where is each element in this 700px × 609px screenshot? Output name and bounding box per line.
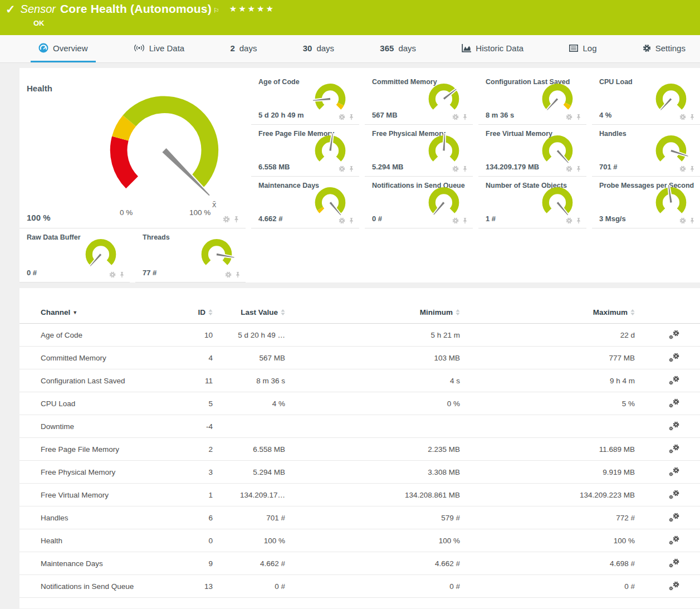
- area-chart-icon: [462, 44, 471, 52]
- gear-icon[interactable]: [679, 217, 686, 224]
- pin-icon[interactable]: [575, 217, 582, 224]
- column-header-actions: [639, 303, 700, 324]
- table-row[interactable]: Health0100 %100 %100 %: [19, 529, 700, 552]
- table-row[interactable]: Free Virtual Memory1134.209.17…134.208.8…: [19, 484, 700, 506]
- pin-icon[interactable]: [462, 114, 468, 120]
- pin-icon[interactable]: [348, 114, 355, 120]
- channel-settings-gears-icon[interactable]: [669, 376, 679, 384]
- channel-settings-gears-icon[interactable]: [669, 490, 679, 499]
- pin-icon[interactable]: [233, 216, 240, 223]
- gear-icon[interactable]: [339, 165, 345, 172]
- gauge-tile-age-of-code[interactable]: Age of Code 5 d 20 h 49 m: [251, 73, 359, 125]
- tab-live-data[interactable]: Live Data: [126, 35, 192, 62]
- tab-historic-data[interactable]: Historic Data: [454, 35, 531, 62]
- cell-channel: Free Physical Memory: [19, 461, 183, 484]
- gear-icon[interactable]: [566, 217, 572, 224]
- cell-id: 5: [183, 392, 217, 415]
- pin-icon[interactable]: [462, 165, 468, 172]
- tab-30-days[interactable]: 30 days: [295, 35, 342, 62]
- pin-icon[interactable]: [234, 271, 241, 278]
- channel-settings-gears-icon[interactable]: [669, 330, 679, 339]
- cell-minimum: 2.235 MB: [290, 438, 464, 461]
- table-row[interactable]: Handles6701 #579 #772 #: [19, 506, 700, 529]
- gauge-tile-handles[interactable]: Handles 701 #: [592, 125, 700, 177]
- pin-icon[interactable]: [575, 165, 582, 172]
- gauge-tile-number-of-state-objects[interactable]: Number of State Objects 1 #: [478, 177, 586, 228]
- pin-icon[interactable]: [348, 217, 355, 224]
- pin-icon[interactable]: [119, 271, 125, 278]
- tab-365-days[interactable]: 365 days: [372, 35, 424, 62]
- pin-icon[interactable]: [689, 114, 696, 120]
- tab-settings[interactable]: Settings: [635, 35, 693, 62]
- table-row[interactable]: CPU Load54 %0 %5 %: [19, 392, 700, 415]
- tab-2-days[interactable]: 2 days: [222, 35, 265, 62]
- gauge-tile-notifications-in-send-queue[interactable]: Notifications in Send Queue 0 #: [365, 177, 473, 228]
- gauge-tile-health[interactable]: Health x̄ 0 % 100 % 100 %: [19, 73, 246, 228]
- pin-icon[interactable]: [689, 217, 696, 224]
- gauge-tile-raw-data-buffer[interactable]: Raw Data Buffer 0 #: [19, 228, 130, 282]
- gear-icon[interactable]: [339, 114, 345, 120]
- gauge-tile-free-virtual-memory[interactable]: Free Virtual Memory 134.209.179 MB: [478, 125, 586, 177]
- pin-icon[interactable]: [462, 217, 468, 224]
- gear-icon[interactable]: [339, 217, 345, 224]
- table-row[interactable]: Committed Memory4567 MB103 MB777 MB: [19, 347, 700, 369]
- gear-icon[interactable]: [452, 114, 459, 120]
- cell-last-value: 6.558 MB: [217, 438, 290, 461]
- sensor-header: ✓ Sensor Core Health (Autonomous) ⚐ ★★★★…: [0, 0, 700, 35]
- column-header-id[interactable]: ID: [183, 303, 217, 324]
- cell-actions: [639, 506, 700, 529]
- table-row[interactable]: Free Physical Memory35.294 MB3.308 MB9.9…: [19, 461, 700, 484]
- priority-stars[interactable]: ★★★★★: [229, 4, 275, 14]
- channel-settings-gears-icon[interactable]: [669, 513, 679, 522]
- pin-icon[interactable]: [348, 165, 355, 172]
- channel-settings-gears-icon[interactable]: [669, 558, 679, 567]
- tab-overview[interactable]: Overview: [31, 35, 96, 62]
- tab-log[interactable]: Log: [561, 35, 604, 62]
- gauge-tile-committed-memory[interactable]: Committed Memory 567 MB: [365, 73, 473, 125]
- cell-minimum: 5 h 21 m: [290, 324, 464, 347]
- cell-id: 6: [183, 506, 217, 529]
- gauge-value: 134.209.179 MB: [486, 163, 539, 171]
- gauge-tile-probe-messages-per-second[interactable]: Probe Messages per Second 3 Msg/s: [592, 177, 700, 228]
- channel-settings-gears-icon[interactable]: [669, 467, 679, 476]
- gauge-dial: [425, 133, 462, 167]
- channel-settings-gears-icon[interactable]: [669, 353, 679, 362]
- table-row[interactable]: Maintenance Days94.662 #4.662 #4.698 #: [19, 552, 700, 575]
- pin-icon[interactable]: [689, 165, 696, 172]
- gear-icon[interactable]: [225, 271, 232, 278]
- column-header-minimum[interactable]: Minimum: [290, 303, 464, 324]
- channel-settings-gears-icon[interactable]: [669, 535, 679, 544]
- tab-label: days: [316, 43, 334, 53]
- pin-icon[interactable]: [575, 114, 582, 120]
- cell-actions: [639, 324, 700, 347]
- gear-icon[interactable]: [679, 114, 686, 120]
- channel-settings-gears-icon[interactable]: [669, 421, 679, 430]
- table-row[interactable]: Free Page File Memory26.558 MB2.235 MB11…: [19, 438, 700, 461]
- gauge-tile-free-physical-memory[interactable]: Free Physical Memory 5.294 MB: [365, 125, 473, 177]
- column-header-maximum[interactable]: Maximum: [464, 303, 639, 324]
- table-row[interactable]: Downtime-4: [19, 415, 700, 438]
- gear-icon[interactable]: [679, 165, 686, 172]
- health-gauge-dial: x̄: [99, 87, 230, 210]
- table-row[interactable]: Configuration Last Saved118 m 36 s4 s9 h…: [19, 369, 700, 392]
- gauge-tile-threads[interactable]: Threads 77 #: [135, 228, 246, 282]
- channel-settings-gears-icon[interactable]: [669, 444, 679, 453]
- table-row[interactable]: Notifications in Send Queue130 #0 #0 #: [19, 575, 700, 598]
- table-row[interactable]: Age of Code105 d 20 h 49 …5 h 21 m22 d: [19, 324, 700, 347]
- gear-icon[interactable]: [223, 216, 230, 223]
- gear-icon[interactable]: [566, 165, 572, 172]
- gauge-tile-cpu-load[interactable]: CPU Load 4 %: [592, 73, 700, 125]
- gear-icon[interactable]: [452, 165, 459, 172]
- gauge-tile-maintenance-days[interactable]: Maintenance Days 4.662 #: [251, 177, 359, 228]
- channel-settings-gears-icon[interactable]: [669, 398, 679, 407]
- cell-maximum: 0 #: [464, 575, 639, 598]
- column-header-last-value[interactable]: Last Value: [217, 303, 290, 324]
- gear-icon[interactable]: [566, 114, 572, 120]
- column-header-channel[interactable]: Channel▼: [19, 303, 183, 324]
- gauge-tile-configuration-last-saved[interactable]: Configuration Last Saved 8 m 36 s: [478, 73, 586, 125]
- channel-settings-gears-icon[interactable]: [669, 581, 679, 590]
- cell-channel: Maintenance Days: [19, 552, 183, 575]
- gear-icon[interactable]: [452, 217, 459, 224]
- gauge-tile-free-page-file-memory[interactable]: Free Page File Memory 6.558 MB: [251, 125, 359, 177]
- gear-icon[interactable]: [109, 271, 116, 278]
